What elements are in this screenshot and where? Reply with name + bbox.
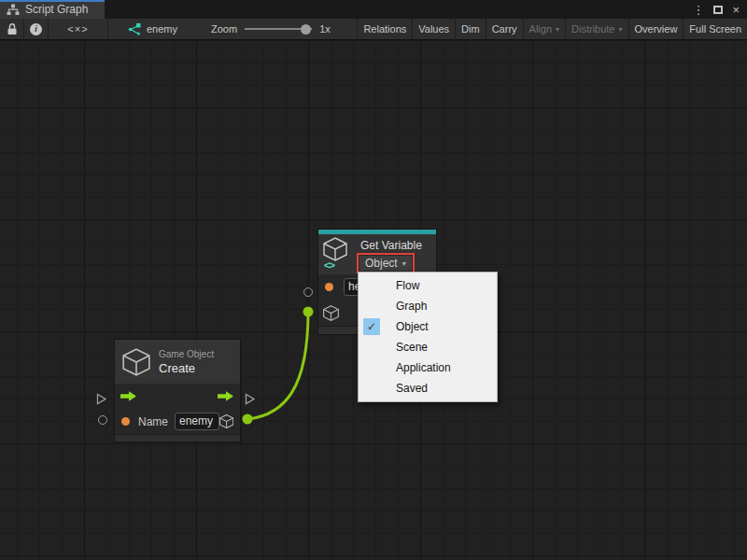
- distribute-label: Distribute: [571, 23, 614, 35]
- menu-item-scene[interactable]: Scene: [359, 337, 497, 357]
- string-port-icon[interactable]: [121, 417, 130, 426]
- create-gameobject-node[interactable]: Game Object Create Name enemy: [114, 339, 241, 442]
- connection-wire[interactable]: [248, 312, 308, 419]
- zoom-slider[interactable]: [245, 23, 312, 35]
- menu-item-saved[interactable]: Saved: [359, 378, 497, 399]
- tab-label: Script Graph: [25, 3, 88, 16]
- graph-canvas[interactable]: <> Get Variable Object ▾ he: [0, 41, 747, 560]
- zoom-value: 1x: [319, 23, 331, 35]
- lock-button[interactable]: [0, 19, 24, 39]
- create-flow-in-port[interactable]: [95, 393, 107, 405]
- port-label: Name: [138, 415, 168, 428]
- gameobject-cube-icon: [323, 305, 339, 321]
- scope-dropdown-highlight: Object ▾: [357, 253, 415, 273]
- carry-button[interactable]: Carry: [486, 19, 523, 39]
- zoom-control: Zoom 1x: [211, 19, 331, 39]
- align-label: Align: [529, 23, 552, 35]
- variable-scope-menu: Flow Graph ✓ Object Scene Application Sa…: [358, 272, 498, 402]
- flow-ports-row: [115, 384, 240, 409]
- create-flow-out-port[interactable]: [244, 393, 256, 405]
- graph-nodes-icon: [127, 23, 141, 35]
- gameobject-cube-icon: [122, 348, 150, 376]
- values-button[interactable]: Values: [412, 19, 455, 39]
- fullscreen-button[interactable]: Full Screen: [683, 19, 747, 39]
- tab-bar: Script Graph ⋮ ×: [0, 0, 747, 19]
- chevron-down-icon: ▾: [402, 259, 406, 268]
- node-title: Create: [159, 361, 214, 375]
- node-title: Get Variable: [360, 239, 422, 252]
- code-view-button[interactable]: <×>: [49, 19, 108, 39]
- lock-icon: [7, 22, 18, 35]
- zoom-slider-handle[interactable]: [301, 24, 311, 35]
- close-icon[interactable]: ×: [732, 4, 740, 16]
- menu-item-label: Object: [396, 320, 429, 333]
- name-port-row: Name enemy: [115, 409, 240, 434]
- tab-script-graph[interactable]: Script Graph: [0, 0, 105, 19]
- dim-button[interactable]: Dim: [455, 19, 486, 39]
- node-category: Game Object: [159, 349, 214, 359]
- gameobject-output-icon: [219, 413, 233, 429]
- menu-item-application[interactable]: Application: [359, 357, 497, 378]
- relations-button[interactable]: Relations: [357, 19, 412, 39]
- getvariable-input-port-connected[interactable]: [303, 307, 314, 317]
- scope-dropdown[interactable]: Object ▾: [359, 255, 413, 272]
- graph-breadcrumb[interactable]: enemy: [108, 19, 187, 39]
- scope-value: Object: [365, 257, 398, 270]
- graph-toolbar: i <×> enemy Zoom 1x Relations Values Dim: [0, 19, 747, 40]
- graph-name: enemy: [147, 23, 177, 35]
- zoom-label: Zoom: [211, 23, 237, 35]
- get-variable-header[interactable]: <> Get Variable Object ▾: [318, 234, 436, 274]
- check-icon: ✓: [363, 318, 380, 335]
- code-icon: <×>: [67, 23, 88, 35]
- align-button[interactable]: Align ▾: [523, 19, 565, 39]
- menu-item-object[interactable]: ✓ Object: [359, 316, 497, 337]
- info-icon: i: [30, 23, 42, 35]
- flow-in-arrow-icon[interactable]: [120, 391, 137, 401]
- more-options-icon[interactable]: ⋮: [692, 4, 704, 16]
- flow-out-arrow-icon[interactable]: [218, 391, 234, 401]
- info-button[interactable]: i: [24, 19, 49, 39]
- getvariable-name-port[interactable]: [303, 287, 313, 297]
- menu-item-graph[interactable]: Graph: [359, 296, 497, 316]
- chevron-down-icon: ▾: [556, 25, 559, 34]
- window-controls: ⋮ ×: [692, 0, 747, 19]
- toolbar-spacer: [331, 19, 358, 39]
- string-port-icon[interactable]: [325, 283, 333, 291]
- distribute-button[interactable]: Distribute ▾: [565, 19, 627, 39]
- script-graph-window: Script Graph ⋮ × i <×>: [0, 0, 747, 560]
- create-node-body: Name enemy: [115, 384, 240, 441]
- overview-button[interactable]: Overview: [628, 19, 684, 39]
- create-node-header[interactable]: Game Object Create: [115, 340, 240, 384]
- create-name-port[interactable]: [98, 415, 107, 425]
- maximize-icon[interactable]: [713, 6, 723, 14]
- teal-brackets-icon: <>: [324, 259, 334, 271]
- script-graph-icon: [7, 4, 20, 16]
- node-footer: [115, 434, 240, 441]
- name-input-field[interactable]: enemy: [175, 413, 219, 430]
- variable-cube-icon: <>: [323, 237, 351, 271]
- menu-item-flow[interactable]: Flow: [359, 275, 497, 296]
- create-output-port-connected[interactable]: [243, 414, 253, 425]
- chevron-down-icon: ▾: [619, 25, 623, 34]
